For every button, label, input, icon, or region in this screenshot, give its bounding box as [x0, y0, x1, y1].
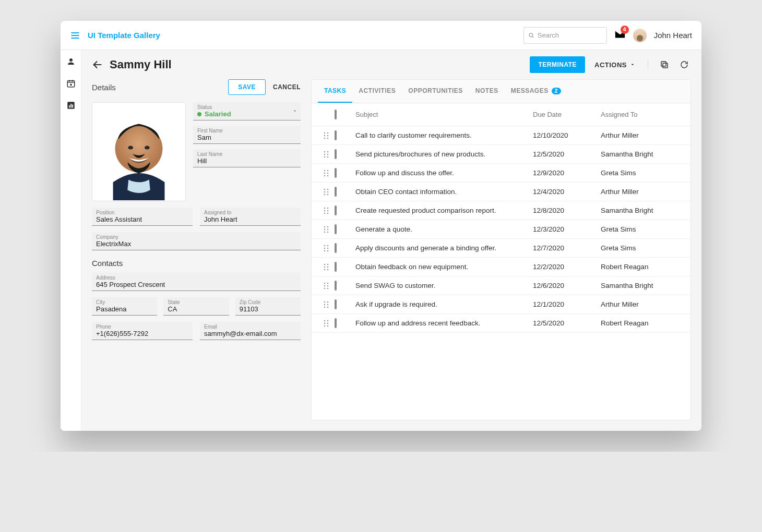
- row-subject: Send SWAG to customer.: [355, 282, 533, 289]
- tab-activities[interactable]: ACTIVITIES: [352, 80, 402, 103]
- actions-button[interactable]: ACTIONS: [591, 57, 638, 73]
- assigned-to-field[interactable]: Assigned to John Heart: [200, 208, 301, 226]
- table-row[interactable]: Ask if upgrade is required.12/1/2020Arth…: [312, 295, 690, 314]
- table-row[interactable]: Send SWAG to customer.12/6/2020Samantha …: [312, 276, 690, 295]
- drag-handle-icon[interactable]: [318, 132, 335, 139]
- details-title: Details: [92, 83, 116, 92]
- table-row[interactable]: Generate a quote.12/3/2020Greta Sims: [312, 220, 690, 239]
- chevron-down-icon: [292, 106, 297, 116]
- svg-point-59: [327, 245, 329, 246]
- row-due: 12/6/2020: [533, 282, 601, 289]
- row-checkbox[interactable]: [335, 224, 337, 234]
- row-checkbox[interactable]: [335, 187, 337, 197]
- svg-point-38: [324, 175, 326, 176]
- row-checkbox[interactable]: [335, 168, 337, 178]
- table-row[interactable]: Follow up and discuss the offer.12/9/202…: [312, 164, 690, 183]
- svg-point-23: [327, 132, 329, 134]
- tab-tasks[interactable]: TASKS: [318, 80, 352, 103]
- drag-handle-icon[interactable]: [318, 151, 335, 158]
- status-field[interactable]: Status Salaried: [193, 102, 301, 120]
- email-field[interactable]: Email sammyh@dx-email.com: [200, 322, 301, 340]
- search-box[interactable]: [523, 27, 607, 44]
- row-checkbox[interactable]: [335, 318, 337, 328]
- tabs: TASKS ACTIVITIES OPPORTUNITIES NOTES MES…: [312, 80, 690, 103]
- first-name-field[interactable]: First Name Sam: [193, 126, 301, 144]
- copy-button[interactable]: [658, 58, 671, 71]
- svg-point-35: [327, 170, 329, 171]
- mail-button[interactable]: 4: [614, 29, 626, 42]
- row-checkbox[interactable]: [335, 281, 337, 291]
- svg-point-50: [324, 212, 326, 214]
- save-button[interactable]: SAVE: [228, 79, 266, 95]
- drag-handle-icon[interactable]: [318, 282, 335, 289]
- tab-messages[interactable]: MESSAGES 2: [505, 80, 567, 103]
- position-field[interactable]: Position Sales Assistant: [92, 208, 193, 226]
- mail-badge: 4: [621, 26, 629, 34]
- tab-opportunities[interactable]: OPPORTUNITIES: [402, 80, 469, 103]
- drag-handle-icon[interactable]: [318, 207, 335, 214]
- col-assigned[interactable]: Assigned To: [601, 111, 684, 118]
- table-row[interactable]: Obtain CEO contact information.12/4/2020…: [312, 183, 690, 201]
- drag-handle-icon[interactable]: [318, 188, 335, 196]
- row-checkbox[interactable]: [335, 299, 337, 309]
- svg-point-73: [327, 285, 329, 286]
- back-button[interactable]: [92, 59, 103, 70]
- refresh-button[interactable]: [677, 58, 691, 71]
- row-checkbox[interactable]: [335, 243, 337, 253]
- last-name-label: Last Name: [197, 151, 296, 157]
- sidebar-item-analytics[interactable]: [65, 99, 77, 112]
- drag-handle-icon[interactable]: [318, 263, 335, 271]
- app-title: UI Template Gallery: [88, 31, 160, 40]
- drag-handle-icon[interactable]: [318, 226, 335, 233]
- col-due[interactable]: Due Date: [533, 111, 601, 118]
- row-due: 12/3/2020: [533, 225, 601, 233]
- svg-point-54: [324, 228, 326, 230]
- table-row[interactable]: Call to clarify customer requirements.12…: [312, 126, 690, 145]
- select-all-checkbox[interactable]: [335, 110, 337, 119]
- drag-handle-icon[interactable]: [318, 320, 335, 327]
- status-value: Salaried: [205, 110, 231, 118]
- drag-handle-icon[interactable]: [318, 301, 335, 308]
- zip-field[interactable]: Zip Code 91103: [235, 297, 301, 316]
- city-field[interactable]: City Pasadena: [92, 297, 157, 316]
- row-checkbox[interactable]: [335, 205, 337, 215]
- company-field[interactable]: Company ElectrixMax: [92, 232, 301, 250]
- table-row[interactable]: Apply discounts and generate a binding o…: [312, 239, 690, 258]
- drag-handle-icon[interactable]: [318, 170, 335, 177]
- search-input[interactable]: [538, 31, 602, 39]
- address-field[interactable]: Address 645 Prospect Crescent: [92, 273, 301, 291]
- table-row[interactable]: Obtain feedback on new equipment.12/2/20…: [312, 258, 690, 276]
- cancel-button[interactable]: CANCEL: [273, 83, 301, 91]
- phone-field[interactable]: Phone +1(626)555-7292: [92, 322, 193, 340]
- email-label: Email: [204, 324, 296, 330]
- svg-point-49: [327, 210, 329, 211]
- sidebar-item-person[interactable]: [65, 55, 77, 68]
- col-subject[interactable]: Subject: [355, 111, 533, 118]
- table-row[interactable]: Follow up and address recent feedback.12…: [312, 314, 690, 333]
- row-checkbox[interactable]: [335, 130, 337, 140]
- state-value: CA: [168, 305, 224, 313]
- sidebar-item-calendar[interactable]: [65, 77, 77, 90]
- svg-point-26: [324, 137, 326, 139]
- svg-point-36: [324, 172, 326, 174]
- row-checkbox[interactable]: [335, 262, 337, 272]
- table-row[interactable]: Create requested product comparison repo…: [312, 201, 690, 220]
- state-field[interactable]: State CA: [163, 297, 229, 316]
- contact-photo[interactable]: [92, 102, 186, 201]
- svg-point-86: [324, 325, 326, 327]
- row-assigned: Samantha Bright: [601, 150, 684, 158]
- table-row[interactable]: Send pictures/brochures of new products.…: [312, 145, 690, 164]
- contacts-section-title: Contacts: [92, 259, 301, 268]
- last-name-field[interactable]: Last Name Hill: [193, 149, 301, 167]
- svg-point-52: [324, 226, 326, 227]
- row-subject: Send pictures/brochures of new products.: [355, 150, 533, 158]
- hamburger-icon[interactable]: [70, 30, 80, 41]
- svg-point-33: [327, 156, 329, 158]
- drag-handle-icon[interactable]: [318, 245, 335, 252]
- terminate-button[interactable]: TERMINATE: [530, 56, 585, 73]
- row-subject: Obtain CEO contact information.: [355, 188, 533, 196]
- row-checkbox[interactable]: [335, 149, 337, 159]
- svg-point-60: [324, 247, 326, 249]
- tab-notes[interactable]: NOTES: [469, 80, 505, 103]
- avatar[interactable]: [633, 29, 647, 42]
